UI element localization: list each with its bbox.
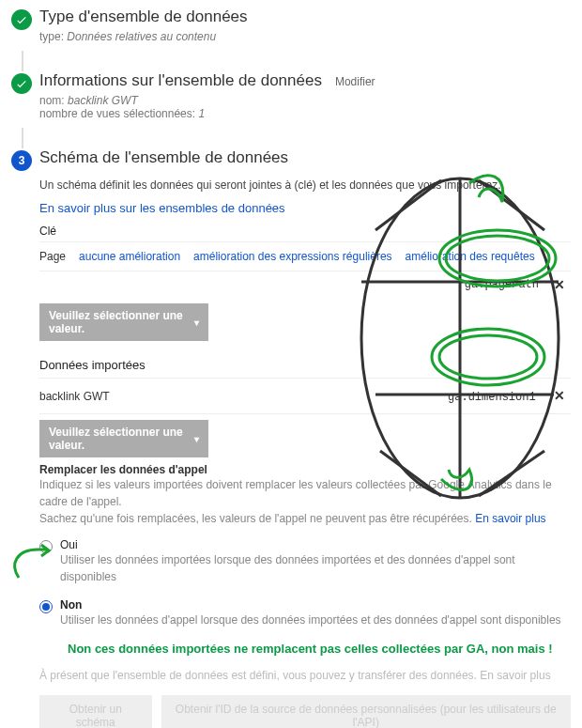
step-type: Type d'ensemble de données type: Données… bbox=[11, 8, 571, 43]
step-schema-title: Schéma de l'ensemble de données bbox=[39, 148, 571, 167]
replace-title: Remplacer les données d'appel bbox=[39, 463, 571, 476]
connector bbox=[22, 128, 23, 148]
handwritten-annotation: Non ces données importées ne remplacent … bbox=[68, 642, 571, 656]
step-type-title: Type d'ensemble de données bbox=[39, 8, 571, 26]
replace-learn-more[interactable]: En savoir plus bbox=[475, 512, 545, 525]
key-dimension-row: ga:pagePath ✕ bbox=[39, 271, 571, 298]
tab-none[interactable]: aucune amélioration bbox=[79, 250, 180, 263]
replace-desc2: Sachez qu'une fois remplacées, les valeu… bbox=[39, 510, 571, 527]
tab-query[interactable]: amélioration des requêtes bbox=[406, 250, 535, 263]
radio-yes[interactable]: Oui Utiliser les données importées lorsq… bbox=[39, 538, 571, 585]
radio-no[interactable]: Non Utiliser les données d'appel lorsque… bbox=[39, 598, 571, 628]
modify-link[interactable]: Modifier bbox=[335, 75, 375, 88]
check-icon bbox=[11, 9, 32, 30]
check-icon bbox=[11, 73, 32, 94]
step-info-title: Informations sur l'ensemble de données bbox=[39, 71, 322, 90]
radio-no-label: Non bbox=[60, 598, 571, 612]
imported-dimension: ga:dimension1 bbox=[448, 391, 536, 404]
key-select[interactable]: Veuillez sélectionner une valeur. ▾ bbox=[39, 303, 208, 341]
connector bbox=[22, 51, 23, 71]
caret-down-icon: ▾ bbox=[194, 318, 199, 328]
imported-select[interactable]: Veuillez sélectionner une valeur. ▾ bbox=[39, 420, 208, 457]
key-dimension: ga:pagePath bbox=[465, 278, 539, 291]
step-info-views: nombre de vues sélectionnées: 1 bbox=[39, 107, 571, 120]
key-tabs: Page aucune amélioration amélioration de… bbox=[39, 241, 571, 271]
get-id-button: Obtenir l'ID de la source de données per… bbox=[161, 695, 571, 728]
learn-more-link[interactable]: En savoir plus sur les ensembles de donn… bbox=[39, 201, 285, 215]
radio-yes-desc: Utiliser les données importées lorsque d… bbox=[60, 551, 571, 585]
replace-desc1: Indiquez si les valeurs importées doiven… bbox=[39, 476, 571, 510]
radio-icon bbox=[39, 540, 53, 553]
imported-row: backlink GWT ga:dimension1 ✕ bbox=[39, 378, 571, 414]
get-schema-button: Obtenir un schéma bbox=[39, 695, 152, 728]
tab-page: Page bbox=[39, 250, 66, 263]
key-label: Clé bbox=[39, 225, 571, 238]
step-number-icon: 3 bbox=[11, 150, 32, 171]
step-schema: 3 Schéma de l'ensemble de données bbox=[11, 148, 571, 171]
imported-title: Données importées bbox=[39, 358, 571, 372]
imported-name: backlink GWT bbox=[39, 390, 110, 403]
step-info: Informations sur l'ensemble de données M… bbox=[11, 71, 571, 120]
step-info-name: nom: backlink GWT bbox=[39, 94, 571, 107]
schema-description: Un schéma définit les données qui seront… bbox=[39, 178, 571, 192]
step-type-sub: type: Données relatives au contenu bbox=[39, 30, 571, 43]
radio-no-desc: Utiliser les données d'appel lorsque des… bbox=[60, 612, 571, 628]
caret-down-icon: ▾ bbox=[194, 434, 199, 444]
remove-key-icon[interactable]: ✕ bbox=[548, 277, 571, 292]
remove-imported-icon[interactable]: ✕ bbox=[548, 388, 571, 403]
radio-icon bbox=[39, 600, 53, 613]
radio-yes-label: Oui bbox=[60, 538, 571, 551]
ready-text: À présent que l'ensemble de données est … bbox=[39, 669, 571, 682]
tab-regex[interactable]: amélioration des expressions régulières bbox=[193, 250, 391, 263]
